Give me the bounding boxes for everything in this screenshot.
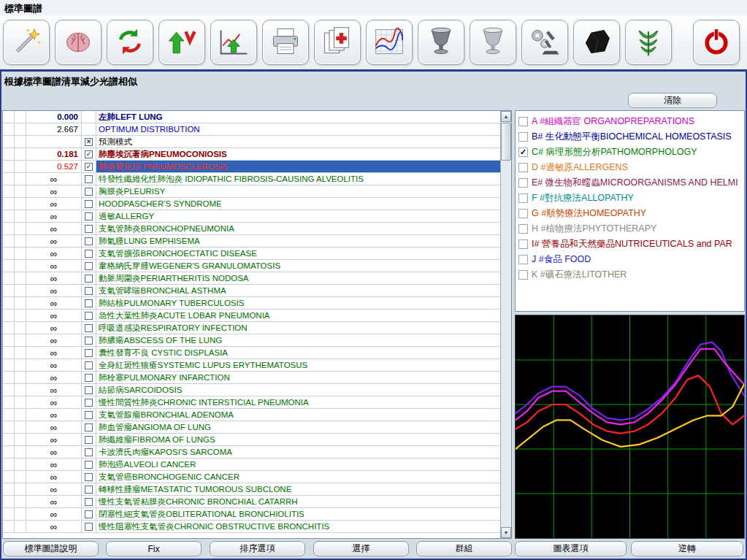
- category-checkbox[interactable]: [518, 239, 528, 249]
- table-row[interactable]: ∞過敏ALLERGY: [3, 210, 500, 223]
- table-row[interactable]: ∞支氣管癌BRONCHOGENIC CANCER: [3, 471, 500, 483]
- clear-button[interactable]: 清除: [628, 93, 717, 108]
- row-checkbox[interactable]: [85, 448, 93, 456]
- table-row[interactable]: ∞轉移性腫瘤METASTATIC TUMOROUS SUBCLONE: [3, 483, 500, 496]
- row-checkbox[interactable]: [85, 225, 93, 233]
- row-checkbox[interactable]: [85, 510, 93, 518]
- row-checkbox[interactable]: [85, 337, 93, 345]
- table-row[interactable]: ∞慢性阻塞性支氣管炎CHRONIC OBSTRUCTIVE BRONCHITIS: [3, 521, 500, 533]
- table-row[interactable]: ∞卡波濟氏肉瘤KAPOSI'S SARCOMA: [3, 446, 500, 459]
- row-checkbox[interactable]: [85, 399, 93, 407]
- row-checkbox[interactable]: [85, 262, 93, 270]
- row-checkbox[interactable]: ✕: [85, 138, 93, 146]
- cup-dark-button[interactable]: [418, 20, 464, 65]
- category-item[interactable]: K #礦石療法LITOTHER: [517, 267, 743, 283]
- row-checkbox[interactable]: [85, 250, 93, 258]
- scrollbar-thumb[interactable]: [501, 123, 511, 161]
- table-row[interactable]: ∞支氣管肺炎BRONCHOPNEUMONIA: [3, 223, 500, 235]
- category-item[interactable]: G #順勢療法HOMEOPATHY: [517, 206, 743, 221]
- sync-arrows-button[interactable]: [107, 20, 153, 65]
- table-row[interactable]: ∞HOODPASCHER'S SYNDROME: [3, 198, 500, 210]
- category-checkbox[interactable]: [518, 270, 528, 280]
- category-checkbox[interactable]: [518, 255, 528, 264]
- table-row[interactable]: ∞動脈周圍炎PERIARTHERITIS NODOSA: [3, 272, 500, 285]
- category-item[interactable]: B# 生化動態平衡BIOCHEMICAL HOMEOSTASIS: [517, 129, 743, 145]
- row-checkbox[interactable]: [85, 299, 93, 307]
- row-checkbox[interactable]: [85, 411, 93, 419]
- chart-options-button[interactable]: 圖表選項: [515, 541, 627, 556]
- table-row[interactable]: ∞胸膜炎PLEURISY: [3, 185, 500, 198]
- table-row[interactable]: ∞韋格納氏芽腫WEGENER'S GRANULOMATOSIS: [3, 260, 500, 272]
- category-checkbox[interactable]: [518, 178, 528, 188]
- table-row[interactable]: ∞呼吸道感染RESPIRATORY INFECTION: [3, 322, 500, 334]
- table-row[interactable]: ∞支氣管腺瘤BRONCHIAL ADENOMA: [3, 409, 500, 421]
- magic-wand-button[interactable]: [3, 20, 50, 65]
- category-checkbox[interactable]: ✓: [518, 147, 528, 157]
- row-checkbox[interactable]: [85, 287, 93, 295]
- row-checkbox[interactable]: [85, 237, 93, 245]
- table-row[interactable]: 0.527✓肺炎硬化症 PNEUMOSCLEROSIS: [3, 161, 500, 173]
- table-row[interactable]: ∞閉塞性細支氣管炎OBLITERATIONAL BRONCHIOLITIS: [3, 508, 500, 521]
- table-row[interactable]: ∞肺氣腫LUNG EMPHISEMA: [3, 235, 500, 248]
- row-checkbox[interactable]: [85, 324, 93, 332]
- table-row[interactable]: ∞結節病SARCOIDOSIS: [3, 384, 500, 396]
- row-checkbox[interactable]: [85, 200, 93, 208]
- table-row[interactable]: ∞支氣管哮喘BRONCHIAL ASTHMA: [3, 285, 500, 297]
- table-row[interactable]: ∞支氣管擴張BRONCHOECTATIC DISEASE: [3, 248, 500, 260]
- category-checkbox[interactable]: [518, 132, 528, 142]
- etalon-description-button[interactable]: 標準圖譜說明: [3, 541, 99, 556]
- category-item[interactable]: D #過敏原ALLERGENS: [517, 160, 743, 175]
- power-button[interactable]: [693, 20, 740, 65]
- category-item[interactable]: ✓C# 病理形態分析PATHOMORPHOLOGY: [517, 145, 743, 160]
- row-checkbox[interactable]: [85, 498, 93, 506]
- table-row[interactable]: ∞肺結核PULMONARY TUBERCULOSIS: [3, 297, 500, 310]
- row-checkbox[interactable]: [85, 188, 93, 196]
- row-checkbox[interactable]: [85, 374, 93, 382]
- table-row[interactable]: ∞肺膿瘍ABSCESS OF THE LUNG: [3, 334, 500, 347]
- row-checkbox[interactable]: [85, 436, 93, 444]
- table-row[interactable]: ∞慢性間質性肺炎CHRONIC INTERSTICIAL PNEUMONIA: [3, 396, 500, 409]
- category-checkbox[interactable]: [518, 209, 528, 218]
- row-checkbox[interactable]: [85, 523, 93, 531]
- table-row[interactable]: ∞肺泡癌ALVEOLI CANCER: [3, 459, 500, 471]
- table-row[interactable]: ∞急性大葉性肺炎ACUTE LOBAR PNEUMONIA: [3, 310, 500, 322]
- category-checkbox[interactable]: [518, 193, 528, 203]
- row-checkbox[interactable]: [85, 361, 93, 369]
- invert-button[interactable]: 逆轉: [631, 541, 743, 556]
- table-row[interactable]: ∞全身紅斑性狼瘡SYSTEMIC LUPUS ERYTHEMATOSUS: [3, 359, 500, 372]
- table-row[interactable]: 2.667OPTIMUM DISTRIBUTION: [3, 123, 500, 136]
- scrollbar-up-icon[interactable]: ▲: [501, 111, 511, 122]
- plant-button[interactable]: [625, 20, 672, 65]
- row-checkbox[interactable]: ✓: [85, 163, 93, 171]
- analysis-button[interactable]: [521, 20, 568, 65]
- row-checkbox[interactable]: [85, 423, 93, 431]
- table-row[interactable]: ∞囊性發育不良 CYSTIC DISPLASIA: [3, 347, 500, 359]
- table-row[interactable]: ∞肺纖維瘤FIBROMA OF LUNGS: [3, 434, 500, 446]
- table-row[interactable]: ∞肺血管瘤ANGIOMA OF LUNG: [3, 421, 500, 434]
- row-checkbox[interactable]: [85, 461, 93, 469]
- table-row[interactable]: ∞肺栓塞PULMONARY INFARCTION: [3, 372, 500, 384]
- category-item[interactable]: A #組織器官 ORGANOPREPARATIONS: [517, 114, 743, 129]
- compare-arrows-button[interactable]: [158, 20, 205, 65]
- category-item[interactable]: E# 微生物和蠕蟲MICROORGANISMS AND HELMI: [517, 175, 743, 191]
- table-row[interactable]: ∞特發性纖維化性肺泡炎 IDIOPATHIC FIBROSIS-CAUSING …: [3, 173, 500, 185]
- cup-light-button[interactable]: [470, 20, 516, 65]
- fix-button[interactable]: Fix: [106, 541, 202, 556]
- table-row[interactable]: ∞慢性支氣管粘膜炎CHRONIC BRONCHIAL CATARRH: [3, 496, 500, 508]
- category-checkbox[interactable]: [518, 117, 528, 126]
- table-row[interactable]: 0.181✓肺塵埃沉著病PNEUMOCONIOSIS: [3, 148, 500, 161]
- category-item[interactable]: H #植物療法PHYTOTHERAPY: [517, 221, 743, 237]
- row-checkbox[interactable]: [85, 386, 93, 394]
- copy-cards-button[interactable]: [314, 20, 361, 65]
- row-checkbox[interactable]: [85, 473, 93, 481]
- category-item[interactable]: F #對抗療法ALLOPATHY: [517, 191, 743, 206]
- row-checkbox[interactable]: [85, 275, 93, 283]
- select-button[interactable]: 選擇: [313, 541, 409, 556]
- group-button[interactable]: 群組: [416, 541, 512, 556]
- row-checkbox[interactable]: [85, 212, 93, 220]
- table-scrollbar[interactable]: ▲ ▼: [500, 111, 511, 538]
- row-checkbox[interactable]: [85, 486, 93, 494]
- graph-button[interactable]: [366, 20, 413, 65]
- row-checkbox[interactable]: [85, 175, 93, 183]
- table-row[interactable]: 0.000左肺LEFT LUNG: [3, 111, 500, 123]
